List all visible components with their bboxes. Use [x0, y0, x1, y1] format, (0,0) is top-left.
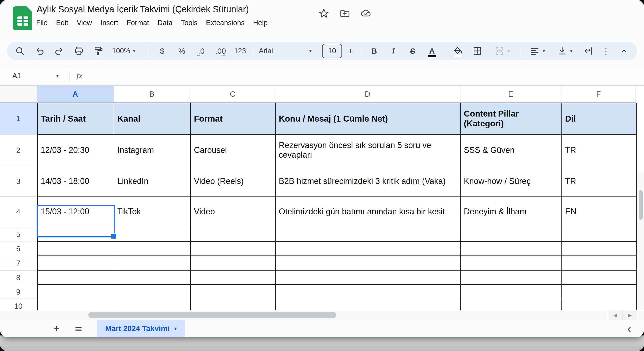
- cell-c4[interactable]: Video: [191, 197, 275, 227]
- row-header-4[interactable]: 4: [0, 197, 36, 227]
- cloud-saved-icon[interactable]: [360, 8, 372, 19]
- cell-e10[interactable]: [461, 299, 562, 310]
- hide-toolbar-chevron-icon[interactable]: [614, 44, 634, 58]
- cell-a4[interactable]: 15/03 - 12:00: [38, 197, 114, 227]
- move-to-folder-icon[interactable]: [340, 8, 350, 19]
- cell-e4[interactable]: Deneyim & İlham: [461, 197, 562, 227]
- cell-e2[interactable]: SSS & Güven: [461, 135, 562, 166]
- row-header-6[interactable]: 6: [0, 242, 36, 256]
- cell-f5[interactable]: [562, 227, 636, 241]
- more-number-formats-button[interactable]: 123: [230, 44, 250, 58]
- cell-c8[interactable]: [191, 271, 275, 284]
- document-title[interactable]: Aylık Sosyal Medya İçerik Takvimi (Çekir…: [36, 4, 249, 14]
- format-percent-button[interactable]: %: [172, 44, 192, 58]
- row-header-1[interactable]: 1: [0, 103, 36, 135]
- horizontal-align-button[interactable]: ▾: [524, 44, 551, 58]
- cell-c10[interactable]: [191, 299, 275, 310]
- column-header-c[interactable]: C: [190, 86, 275, 102]
- cell-a1[interactable]: Tarih / Saat: [38, 103, 114, 134]
- menu-format[interactable]: Format: [127, 19, 149, 27]
- cell-f7[interactable]: [562, 256, 636, 270]
- cell-e5[interactable]: [461, 227, 562, 241]
- all-sheets-button[interactable]: ≡: [70, 323, 86, 334]
- decrease-decimal-button[interactable]: .0 ←: [192, 44, 211, 58]
- column-header-b[interactable]: B: [114, 86, 190, 102]
- cell-b2[interactable]: Instagram: [114, 135, 190, 166]
- chevron-down-icon[interactable]: ▾: [56, 73, 59, 79]
- cell-d5[interactable]: [276, 227, 460, 241]
- cell-b10[interactable]: [114, 299, 190, 310]
- cell-d2[interactable]: Rezervasyon öncesi sık sorulan 5 soru ve…: [276, 135, 460, 166]
- menu-tools[interactable]: Tools: [181, 19, 197, 27]
- menu-edit[interactable]: Edit: [56, 19, 68, 27]
- cell-a5[interactable]: [38, 227, 114, 241]
- cell-c2[interactable]: Carousel: [191, 135, 275, 166]
- cell-f3[interactable]: TR: [562, 166, 636, 196]
- row-header-2[interactable]: 2: [0, 135, 36, 166]
- column-header-d[interactable]: D: [275, 86, 460, 102]
- cell-e9[interactable]: [461, 285, 562, 299]
- menu-extensions[interactable]: Exteansions: [206, 19, 245, 27]
- format-currency-button[interactable]: $: [152, 44, 172, 58]
- more-options-icon[interactable]: ⋮: [598, 44, 614, 58]
- menu-insert[interactable]: Insert: [100, 19, 118, 27]
- text-wrap-button[interactable]: [578, 44, 598, 58]
- cell-b7[interactable]: [114, 256, 190, 270]
- redo-icon[interactable]: [50, 44, 69, 58]
- row-header-9[interactable]: 9: [0, 285, 36, 299]
- cell-e3[interactable]: Know-how / Süreç: [461, 166, 562, 196]
- cell-e7[interactable]: [461, 256, 562, 270]
- row-header-3[interactable]: 3: [0, 166, 36, 197]
- increase-decimal-button[interactable]: .00 →: [211, 44, 230, 58]
- row-header-10[interactable]: 10: [0, 299, 36, 310]
- select-all-corner[interactable]: [0, 86, 37, 103]
- cell-f6[interactable]: [562, 242, 636, 256]
- cell-b4[interactable]: TikTok: [114, 197, 190, 227]
- cell-b3[interactable]: LinkedIn: [114, 166, 190, 196]
- menu-view[interactable]: View: [76, 19, 92, 27]
- cell-a6[interactable]: [38, 242, 114, 256]
- cell-c3[interactable]: Video (Reels): [191, 166, 275, 196]
- cell-b5[interactable]: [114, 227, 190, 241]
- cell-c6[interactable]: [191, 242, 275, 256]
- cell-c5[interactable]: [191, 227, 275, 241]
- cell-b9[interactable]: [114, 285, 190, 299]
- add-sheet-button[interactable]: +: [48, 323, 64, 335]
- cell-f4[interactable]: EN: [562, 197, 636, 227]
- cell-d9[interactable]: [276, 285, 460, 299]
- cell-c1[interactable]: Format: [191, 103, 275, 134]
- cell-b6[interactable]: [114, 242, 190, 256]
- print-icon[interactable]: [69, 44, 89, 58]
- cell-d6[interactable]: [276, 242, 460, 256]
- cell-d10[interactable]: [276, 299, 460, 310]
- cell-c7[interactable]: [191, 256, 275, 270]
- cell-e1[interactable]: Content Pillar (Kategori): [461, 103, 562, 134]
- horizontal-scrollbar-thumb[interactable]: [88, 312, 336, 318]
- cell-f1[interactable]: Dil: [562, 103, 636, 134]
- cell-d8[interactable]: [276, 271, 460, 284]
- font-family-select[interactable]: Arial ▾: [256, 44, 314, 58]
- menu-data[interactable]: Data: [158, 19, 172, 27]
- zoom-control[interactable]: 100% ▾: [112, 44, 146, 58]
- cell-c9[interactable]: [191, 285, 275, 299]
- cell-a10[interactable]: [38, 299, 114, 310]
- cell-f10[interactable]: [562, 299, 636, 310]
- cell-b1[interactable]: Kanal: [114, 103, 190, 134]
- cell-a7[interactable]: [38, 256, 114, 270]
- cell-d4[interactable]: Otelimizdeki gün batımı anından kısa bir…: [276, 197, 460, 227]
- italic-button[interactable]: I: [384, 44, 403, 58]
- cell-f8[interactable]: [562, 271, 636, 284]
- paint-format-icon[interactable]: [89, 44, 108, 58]
- scroll-left-icon[interactable]: ◀: [608, 310, 622, 320]
- cell-a3[interactable]: 14/03 - 18:00: [38, 166, 114, 196]
- sheet-tab-active[interactable]: Mart 2024 Takvimi ▾: [97, 320, 185, 337]
- search-icon[interactable]: [10, 44, 30, 58]
- cell-d7[interactable]: [276, 256, 460, 270]
- strikethrough-button[interactable]: S: [403, 44, 422, 58]
- cell-e8[interactable]: [461, 271, 562, 284]
- menu-help[interactable]: Help: [253, 19, 268, 27]
- bold-button[interactable]: B: [364, 44, 384, 58]
- increase-font-size-button[interactable]: +: [344, 44, 358, 58]
- scroll-right-icon[interactable]: ▶: [622, 310, 637, 320]
- name-box[interactable]: A1: [12, 72, 21, 80]
